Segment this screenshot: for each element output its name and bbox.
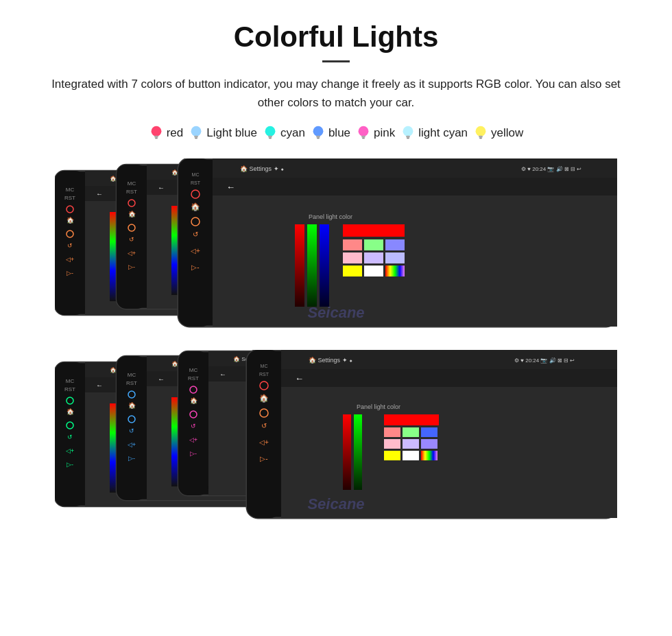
svg-rect-160 xyxy=(354,414,362,490)
svg-rect-78 xyxy=(343,224,405,237)
svg-rect-80 xyxy=(364,239,383,250)
svg-text:MC: MC xyxy=(192,172,200,177)
svg-text:←: ← xyxy=(96,381,103,389)
light-cyan-bulb-icon xyxy=(400,124,416,142)
svg-point-9 xyxy=(313,126,323,137)
svg-rect-8 xyxy=(269,138,272,139)
color-label-pink: pink xyxy=(374,126,395,140)
mockup-group-bottom: MC RST 🏠 ↺ ◁+ ▷- 🏠 Settings ← P xyxy=(55,350,617,532)
svg-text:◁+: ◁+ xyxy=(66,256,74,263)
svg-text:RST: RST xyxy=(191,180,201,185)
svg-text:🏠: 🏠 xyxy=(128,401,136,410)
svg-text:↺: ↺ xyxy=(129,427,134,434)
device-mockups-bottom: MC RST 🏠 ↺ ◁+ ▷- 🏠 Settings ← P xyxy=(55,350,617,532)
svg-point-6 xyxy=(265,126,276,137)
svg-text:◁+: ◁+ xyxy=(259,438,269,446)
color-item-yellow: yellow xyxy=(473,124,523,142)
svg-text:MC: MC xyxy=(189,367,198,373)
svg-rect-166 xyxy=(403,439,419,449)
svg-rect-82 xyxy=(343,252,362,263)
svg-text:↺: ↺ xyxy=(67,242,73,249)
svg-point-3 xyxy=(191,126,202,137)
svg-text:▷-: ▷- xyxy=(128,455,135,462)
color-list: red Light blue cyan blue xyxy=(149,124,524,142)
svg-text:↺: ↺ xyxy=(191,423,196,429)
svg-text:▷-: ▷- xyxy=(191,263,199,271)
svg-rect-14 xyxy=(362,138,365,139)
svg-rect-19 xyxy=(479,136,483,138)
svg-text:▷-: ▷- xyxy=(67,461,73,468)
svg-text:🏠  Settings    ✦ ⬥: 🏠 Settings ✦ ⬥ xyxy=(309,356,352,364)
svg-text:MC: MC xyxy=(66,187,75,193)
svg-rect-85 xyxy=(343,266,362,276)
red-bulb-icon xyxy=(149,124,164,142)
svg-rect-7 xyxy=(268,136,272,138)
svg-text:▷-: ▷- xyxy=(190,450,197,457)
svg-rect-162 xyxy=(384,427,400,437)
blue-bulb-icon xyxy=(311,124,326,142)
svg-text:Panel light color: Panel light color xyxy=(357,403,400,410)
svg-text:◁+: ◁+ xyxy=(128,250,136,257)
color-item-red: red xyxy=(149,124,184,142)
color-item-light-cyan: light cyan xyxy=(400,124,468,142)
svg-text:MC: MC xyxy=(128,180,136,187)
svg-rect-20 xyxy=(479,138,482,139)
svg-text:RST: RST xyxy=(64,195,75,201)
svg-text:🏠: 🏠 xyxy=(191,202,200,211)
svg-rect-77 xyxy=(320,224,329,307)
svg-text:↺: ↺ xyxy=(261,422,267,429)
color-item-pink: pink xyxy=(356,124,395,142)
svg-text:RST: RST xyxy=(64,386,75,392)
svg-text:RST: RST xyxy=(126,380,137,386)
svg-rect-59 xyxy=(178,169,213,317)
svg-rect-159 xyxy=(343,414,351,490)
color-item-light-blue: Light blue xyxy=(189,124,257,142)
svg-text:🏠: 🏠 xyxy=(67,408,75,416)
svg-text:🏠: 🏠 xyxy=(259,393,269,403)
svg-text:MC: MC xyxy=(66,378,75,384)
svg-text:⚙ ♥  20:24  📷 🔊 ⊠ ⊟ ↩: ⚙ ♥ 20:24 📷 🔊 ⊠ ⊟ ↩ xyxy=(514,357,575,364)
svg-text:▷-: ▷- xyxy=(67,270,73,276)
device-mockups-top: MC RST 🏠 ↺ ◁+ ▷- 🏠 Settings ← xyxy=(55,158,617,340)
watermark-bottom: Seicane xyxy=(307,495,364,513)
svg-rect-168 xyxy=(384,451,400,460)
svg-rect-16 xyxy=(406,136,410,138)
svg-text:←: ← xyxy=(158,375,165,383)
svg-rect-75 xyxy=(295,224,304,307)
svg-rect-161 xyxy=(384,414,439,425)
svg-text:◁+: ◁+ xyxy=(189,436,197,443)
svg-rect-165 xyxy=(384,439,400,449)
svg-text:🏠: 🏠 xyxy=(128,210,136,218)
svg-text:MC: MC xyxy=(261,364,268,368)
svg-point-15 xyxy=(403,126,413,137)
svg-text:MC: MC xyxy=(128,372,136,378)
svg-rect-155 xyxy=(281,369,617,387)
svg-text:↺: ↺ xyxy=(193,231,198,238)
svg-text:↺: ↺ xyxy=(67,434,73,440)
description-text: Integrated with 7 colors of button indic… xyxy=(41,75,631,112)
svg-text:⚙ ♥  20:24  📷 🔊 ⊠ ⊟ ↩: ⚙ ♥ 20:24 📷 🔊 ⊠ ⊟ ↩ xyxy=(521,165,581,172)
svg-rect-71 xyxy=(213,178,617,196)
svg-rect-17 xyxy=(407,138,409,139)
svg-rect-76 xyxy=(307,224,317,307)
svg-point-18 xyxy=(476,126,486,137)
svg-text:←: ← xyxy=(295,373,304,384)
svg-rect-86 xyxy=(364,266,383,276)
svg-text:←: ← xyxy=(226,182,235,192)
svg-rect-163 xyxy=(403,427,419,437)
svg-rect-2 xyxy=(155,138,158,139)
svg-text:◁+: ◁+ xyxy=(191,247,200,255)
svg-text:RST: RST xyxy=(126,189,137,195)
color-label-light-cyan: light cyan xyxy=(418,126,468,140)
svg-rect-164 xyxy=(421,427,437,437)
svg-point-12 xyxy=(359,126,369,137)
svg-text:▷-: ▷- xyxy=(128,263,135,270)
svg-rect-1 xyxy=(154,136,158,138)
color-label-light-blue: Light blue xyxy=(206,126,257,140)
svg-text:🏠: 🏠 xyxy=(190,397,198,405)
svg-text:←: ← xyxy=(96,190,103,198)
svg-rect-87 xyxy=(385,266,405,276)
svg-rect-169 xyxy=(403,451,419,460)
color-item-cyan: cyan xyxy=(263,124,305,142)
svg-text:↺: ↺ xyxy=(129,236,134,243)
